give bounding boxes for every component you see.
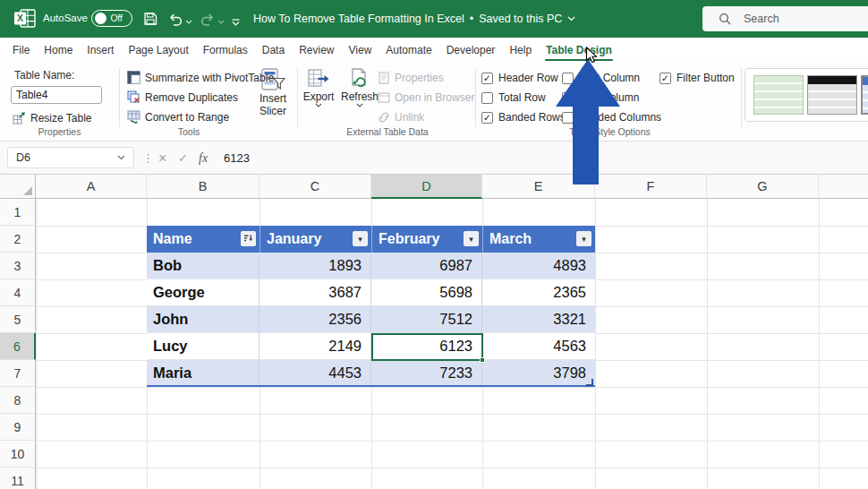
- tab-formulas[interactable]: Formulas: [196, 38, 255, 63]
- row-header-3[interactable]: 3: [0, 253, 36, 279]
- export-button[interactable]: Export: [299, 67, 338, 107]
- tab-data[interactable]: Data: [255, 38, 292, 63]
- row-header-8[interactable]: 8: [0, 387, 36, 414]
- insert-function-icon[interactable]: fx: [199, 142, 208, 175]
- remove-duplicates-button[interactable]: Remove Duplicates: [127, 88, 238, 107]
- row-header-5[interactable]: 5: [0, 306, 36, 333]
- checkbox-total-row[interactable]: [481, 92, 493, 104]
- option-total-row[interactable]: Total Row: [481, 90, 546, 106]
- cell-value[interactable]: 2149: [260, 333, 371, 360]
- customize-toolbar-chevron[interactable]: [231, 14, 241, 30]
- option-header-row[interactable]: ✓Header Row: [481, 70, 558, 86]
- cell-value[interactable]: 3798: [482, 360, 595, 387]
- tab-view[interactable]: View: [342, 38, 379, 63]
- fill-handle[interactable]: [480, 357, 485, 363]
- row-header-10[interactable]: 10: [0, 441, 36, 468]
- row-header-2[interactable]: 2: [0, 226, 36, 253]
- tab-help[interactable]: Help: [502, 38, 539, 63]
- enter-icon[interactable]: ✓: [178, 142, 188, 175]
- row-header-4[interactable]: 4: [0, 279, 36, 306]
- cell-value[interactable]: 4563: [482, 333, 595, 360]
- cancel-icon[interactable]: ×: [158, 142, 166, 175]
- cell-value[interactable]: 4893: [482, 253, 595, 279]
- checkbox-header-row[interactable]: ✓: [481, 73, 493, 84]
- column-header-b[interactable]: B: [147, 175, 260, 199]
- row-header-9[interactable]: 9: [0, 414, 36, 441]
- cell-value[interactable]: 2356: [260, 306, 371, 333]
- resize-table-button[interactable]: Resize Table: [13, 108, 91, 127]
- column-header-e[interactable]: E: [482, 175, 595, 199]
- filter-button[interactable]: ▾: [576, 231, 591, 246]
- tab-review[interactable]: Review: [292, 38, 341, 63]
- column-header-f[interactable]: F: [595, 175, 707, 199]
- export-dropdown-chevron[interactable]: [315, 103, 322, 107]
- option-first-column[interactable]: First Column: [562, 70, 640, 86]
- autosave-toggle[interactable]: Off: [91, 10, 132, 27]
- column-header-g[interactable]: G: [707, 175, 819, 199]
- option-filter-button[interactable]: ✓Filter Button: [660, 70, 735, 86]
- redo-button[interactable]: [200, 12, 225, 28]
- cell-name-bob[interactable]: Bob: [147, 253, 260, 279]
- tab-home[interactable]: Home: [37, 38, 80, 63]
- filter-button[interactable]: ▾: [353, 231, 368, 246]
- tab-table-design[interactable]: Table Design: [539, 38, 619, 63]
- table-style-blue-selected[interactable]: [861, 75, 868, 115]
- cell-name-maria[interactable]: Maria: [147, 360, 260, 387]
- cell-value[interactable]: 2365: [482, 279, 595, 306]
- refresh-dropdown-chevron[interactable]: [356, 103, 363, 107]
- refresh-button[interactable]: Refresh: [338, 67, 381, 107]
- cell-name-george[interactable]: George: [147, 279, 260, 306]
- option-last-column[interactable]: Last Column: [562, 90, 639, 106]
- tab-insert[interactable]: Insert: [80, 38, 121, 63]
- undo-dropdown-chevron[interactable]: [185, 12, 192, 28]
- cell-value[interactable]: 5698: [371, 279, 482, 306]
- row-header-1[interactable]: 1: [0, 199, 36, 226]
- column-header-d[interactable]: D: [371, 175, 482, 199]
- cell-value[interactable]: 7512: [371, 306, 482, 333]
- save-button[interactable]: [143, 12, 157, 30]
- title-dropdown-chevron[interactable]: [567, 16, 575, 21]
- column-header-a[interactable]: A: [36, 175, 147, 199]
- formula-input[interactable]: 6123: [224, 142, 250, 175]
- cell-value[interactable]: 4453: [260, 360, 371, 387]
- checkbox-banded-columns[interactable]: [562, 112, 574, 124]
- name-box[interactable]: D6: [7, 147, 134, 168]
- cell-value[interactable]: 1893: [260, 253, 371, 279]
- convert-to-range-button[interactable]: Convert to Range: [127, 107, 229, 126]
- table-name-input[interactable]: [11, 86, 102, 104]
- row-header-11[interactable]: 11: [0, 468, 36, 489]
- cell-name-john[interactable]: John: [147, 306, 260, 333]
- column-header-h[interactable]: H: [819, 175, 868, 199]
- search-input[interactable]: [744, 13, 842, 25]
- option-banded-rows[interactable]: ✓Banded Rows: [481, 109, 566, 125]
- option-banded-columns[interactable]: Banded Columns: [562, 109, 661, 125]
- cell-value[interactable]: 7233: [371, 360, 482, 387]
- column-header-c[interactable]: C: [260, 175, 371, 199]
- table-style-dark-black[interactable]: [807, 75, 857, 115]
- cell-value[interactable]: 3687: [260, 279, 371, 306]
- search-box[interactable]: [702, 6, 868, 31]
- cell-name-lucy[interactable]: Lucy: [147, 333, 260, 360]
- name-box-chevron[interactable]: [117, 155, 125, 160]
- tab-page-layout[interactable]: Page Layout: [121, 38, 195, 63]
- cell-value[interactable]: 3321: [482, 306, 595, 333]
- cell-value[interactable]: 6987: [371, 253, 482, 279]
- table-resize-handle[interactable]: [586, 379, 593, 386]
- undo-button[interactable]: [168, 12, 192, 28]
- table-header-january[interactable]: January▾: [260, 226, 371, 253]
- tab-automate[interactable]: Automate: [379, 38, 438, 63]
- table-header-february[interactable]: February▾: [371, 226, 482, 253]
- summarize-with-pivottable-button[interactable]: Summarize with PivotTable: [127, 68, 274, 87]
- table-header-name[interactable]: Name: [147, 226, 260, 253]
- save-status[interactable]: Saved to this PC: [479, 13, 562, 25]
- checkbox-banded-rows[interactable]: ✓: [481, 112, 493, 124]
- filter-button[interactable]: ▾: [464, 231, 479, 246]
- table-style-light-green[interactable]: [753, 75, 804, 115]
- sort-filter-button[interactable]: [241, 231, 256, 246]
- tab-file[interactable]: File: [5, 38, 37, 63]
- row-header-6[interactable]: 6: [0, 333, 36, 360]
- checkbox-last-column[interactable]: [562, 92, 574, 104]
- table-header-march[interactable]: March▾: [482, 226, 595, 253]
- formula-bar-grip-icon[interactable]: ⋮: [142, 142, 154, 175]
- checkbox-filter-button[interactable]: ✓: [660, 73, 671, 84]
